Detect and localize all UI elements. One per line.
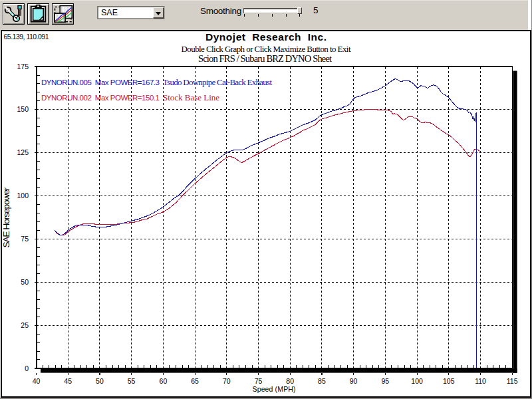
svg-text:115: 115 <box>507 377 518 385</box>
svg-text:Stock Base Line: Stock Base Line <box>163 92 219 102</box>
svg-text:100: 100 <box>411 377 423 385</box>
svg-text:150: 150 <box>17 105 29 113</box>
svg-text:DYNORUN.005 Max POWER=167.3: DYNORUN.005 Max POWER=167.3 <box>41 78 160 86</box>
svg-text:90: 90 <box>350 377 358 385</box>
svg-text:0: 0 <box>25 364 29 372</box>
svg-text:50: 50 <box>96 377 104 385</box>
svg-text:55: 55 <box>128 377 136 385</box>
svg-text:60: 60 <box>160 377 168 385</box>
svg-text:80: 80 <box>286 377 294 385</box>
svg-text:125: 125 <box>17 148 29 156</box>
svg-text:DYNORUN.002 Max POWER=150.1: DYNORUN.002 Max POWER=150.1 <box>41 94 160 102</box>
svg-text:Double Click Graph or Click Ma: Double Click Graph or Click Maximize But… <box>182 44 351 54</box>
svg-text:95: 95 <box>381 377 389 385</box>
svg-text:110: 110 <box>475 377 486 385</box>
svg-text:Scion FRS / Subaru BRZ DYNO Sh: Scion FRS / Subaru BRZ DYNO Sheet <box>198 53 332 64</box>
svg-text:175: 175 <box>17 63 29 70</box>
svg-text:85: 85 <box>318 377 326 385</box>
svg-text:Speed (MPH): Speed (MPH) <box>253 385 296 393</box>
svg-text:25: 25 <box>21 321 29 329</box>
svg-text:100: 100 <box>17 192 29 200</box>
svg-text:SAE Horsepower: SAE Horsepower <box>1 187 11 248</box>
svg-text:45: 45 <box>64 377 72 385</box>
svg-text:Dynojet Research Inc.: Dynojet Research Inc. <box>205 31 327 43</box>
svg-text:65: 65 <box>191 377 199 385</box>
svg-text:Tsudo Downpipe Cat-Back Exhaus: Tsudo Downpipe Cat-Back Exhaust <box>163 77 272 87</box>
svg-text:75: 75 <box>21 235 29 243</box>
svg-text:65.139, 110.091: 65.139, 110.091 <box>4 33 49 41</box>
svg-text:75: 75 <box>255 377 263 385</box>
svg-text:40: 40 <box>33 377 41 385</box>
svg-text:105: 105 <box>443 377 455 385</box>
svg-text:70: 70 <box>223 377 231 385</box>
svg-text:50: 50 <box>21 278 29 286</box>
